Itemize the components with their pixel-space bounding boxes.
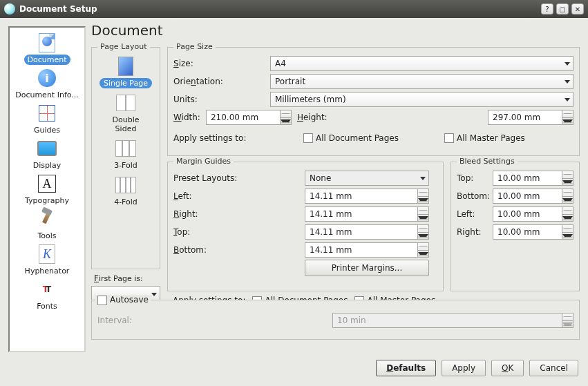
close-button[interactable]: ✕ — [571, 3, 584, 15]
nav-hyphenator[interactable]: K Hyphenator — [10, 243, 84, 277]
page-layout-group: Page Layout Single Page Double Sided 3-F… — [91, 47, 160, 269]
arrow-up-icon[interactable] — [418, 225, 428, 233]
bleed-top-label: Top: — [457, 173, 493, 183]
width-input[interactable]: 210.00 mm — [206, 110, 292, 125]
arrow-up-icon[interactable] — [281, 110, 291, 118]
arrow-down-icon[interactable] — [562, 233, 573, 240]
height-label: Height: — [297, 113, 332, 122]
bleed-settings-legend: Bleed Settings — [457, 157, 518, 166]
arrow-up-icon[interactable] — [562, 207, 573, 215]
margin-right-input[interactable]: 14.11 mm — [305, 206, 429, 222]
page-layout-legend: Page Layout — [97, 42, 150, 51]
layout-single-page[interactable]: Single Page — [99, 56, 152, 88]
height-value: 297.00 mm — [493, 113, 540, 122]
nav-document[interactable]: Document — [10, 32, 84, 66]
guides-icon — [37, 103, 57, 124]
dialog-content: Document i Document Info... Guides Displ… — [0, 18, 588, 386]
bleed-left-input[interactable]: 10.00 mm — [493, 206, 573, 222]
three-fold-icon — [115, 138, 136, 159]
layout-label: 4-Fold — [110, 197, 142, 207]
autosave-group: Autosave Interval: 10 min — [91, 300, 580, 340]
bleed-right-input[interactable]: 10.00 mm — [493, 224, 573, 240]
arrow-down-icon[interactable] — [281, 118, 291, 125]
arrow-up-icon[interactable] — [418, 243, 428, 251]
nav-fonts[interactable]: TT Fonts — [10, 278, 84, 312]
arrow-down-icon[interactable] — [418, 197, 428, 204]
display-icon — [37, 138, 57, 159]
arrow-down-icon[interactable] — [562, 118, 573, 125]
nav-label: Document — [24, 55, 70, 65]
preset-label: Preset Layouts: — [173, 173, 305, 183]
main-panel: Document Page Layout Single Page Double … — [91, 22, 580, 41]
nav-label: Hyphenator — [21, 266, 73, 276]
arrow-up-icon[interactable] — [418, 207, 428, 215]
arrow-up-icon[interactable] — [418, 189, 428, 197]
arrow-up-icon[interactable] — [562, 189, 573, 197]
units-select[interactable]: Millimeters (mm) — [270, 92, 573, 107]
margin-bottom-input[interactable]: 14.11 mm — [305, 242, 429, 258]
printer-margins-button[interactable]: Printer Margins... — [305, 260, 429, 276]
bleed-right-label: Right: — [457, 227, 493, 237]
all-master-pages-checkbox[interactable]: All Master Pages — [444, 133, 525, 144]
nav-label: Typography — [21, 195, 73, 206]
autosave-checkbox[interactable]: Autosave — [97, 295, 149, 305]
bleed-top-input[interactable]: 10.00 mm — [493, 171, 573, 186]
arrow-down-icon[interactable] — [562, 179, 573, 186]
margin-right-label: Right: — [173, 209, 305, 219]
nav-guides[interactable]: Guides — [10, 102, 84, 136]
app-icon — [4, 3, 15, 15]
layout-label: 3-Fold — [110, 160, 142, 171]
first-page-label: FFirst Page is:irst Page is: — [94, 273, 143, 283]
arrow-down-icon[interactable] — [562, 197, 573, 204]
layout-4fold[interactable]: 4-Fold — [110, 175, 142, 207]
orientation-select[interactable]: Portrait — [270, 74, 573, 89]
size-select[interactable]: A4 — [270, 56, 573, 71]
typography-icon: A — [37, 173, 57, 194]
width-label: Width: — [173, 113, 200, 122]
ok-button[interactable]: OKOK — [491, 360, 524, 376]
nav-panel: Document i Document Info... Guides Displ… — [8, 26, 86, 352]
arrow-down-icon[interactable] — [418, 233, 428, 240]
layout-label: Double Sided — [97, 115, 154, 134]
titlebar: Document Setup ? ▢ ✕ — [0, 0, 588, 18]
chevron-down-icon — [565, 98, 570, 102]
bleed-bottom-input[interactable]: 10.00 mm — [493, 189, 573, 204]
bleed-settings-group: Bleed Settings Top:10.00 mm Bottom:10.00… — [451, 162, 580, 291]
nav-typography[interactable]: A Typography — [10, 173, 84, 206]
help-button[interactable]: ? — [541, 3, 553, 15]
layout-3fold[interactable]: 3-Fold — [110, 138, 142, 171]
preset-select: None — [305, 171, 429, 186]
preset-value: None — [310, 173, 331, 183]
margin-bottom-label: Bottom: — [173, 245, 305, 255]
arrow-down-icon[interactable] — [562, 215, 573, 222]
all-document-pages-checkbox[interactable]: All Document Pages — [303, 133, 399, 144]
arrow-up-icon[interactable] — [562, 225, 573, 233]
apply-button[interactable]: Apply — [442, 360, 486, 376]
interval-label: Interval: — [97, 316, 332, 325]
size-value: A4 — [275, 59, 286, 68]
nav-document-info[interactable]: i Document Info... — [10, 67, 84, 101]
cancel-button[interactable]: Cancel — [529, 360, 578, 376]
defaults-button[interactable]: DefaultsDefaults — [376, 360, 436, 376]
margin-left-input[interactable]: 14.11 mm — [305, 189, 429, 204]
arrow-up-icon — [562, 313, 573, 321]
nav-tools[interactable]: Tools — [10, 208, 84, 242]
margin-top-input[interactable]: 14.11 mm — [305, 224, 429, 240]
margin-guides-legend: Margin Guides — [173, 157, 234, 166]
maximize-button[interactable]: ▢ — [556, 3, 569, 15]
arrow-down-icon[interactable] — [418, 215, 428, 222]
arrow-up-icon[interactable] — [562, 110, 573, 118]
layout-double-sided[interactable]: Double Sided — [97, 93, 154, 134]
height-input[interactable]: 297.00 mm — [488, 110, 573, 125]
nav-label: Display — [30, 160, 65, 171]
orientation-value: Portrait — [275, 77, 305, 86]
apply-settings-label: Apply settings to: — [173, 133, 298, 143]
arrow-up-icon[interactable] — [562, 171, 573, 179]
nav-display[interactable]: Display — [10, 137, 84, 171]
margin-guides-group: Margin Guides Preset Layouts: None Left:… — [167, 162, 444, 291]
hyphenator-icon: K — [37, 244, 57, 264]
margin-left-label: Left: — [173, 191, 305, 201]
arrow-down-icon[interactable] — [418, 251, 428, 258]
page-title: Document — [91, 22, 580, 39]
tools-icon — [37, 209, 57, 229]
